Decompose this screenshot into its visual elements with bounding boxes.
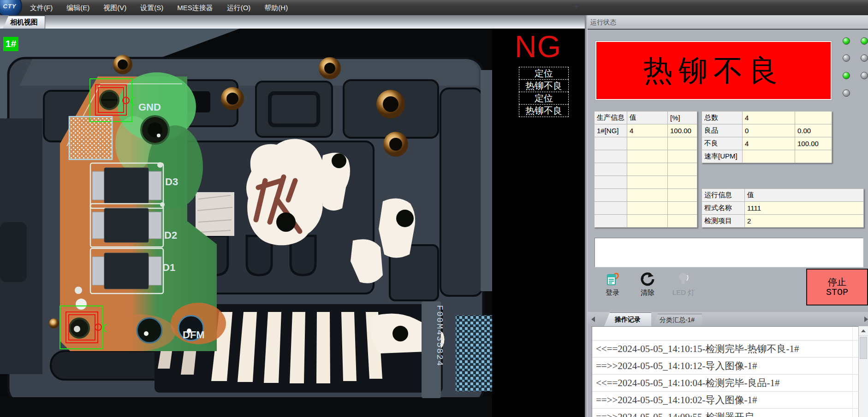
defect-label: 热铆不良: [519, 79, 569, 92]
column-header: 值: [745, 189, 864, 202]
row-label: [595, 150, 627, 163]
cell-value: [795, 112, 832, 124]
scrollbar-thumb[interactable]: [860, 337, 867, 359]
row-label: 程式名称: [702, 202, 745, 215]
cell-value: 4: [743, 137, 795, 150]
log-entry[interactable]: ==>>2024-05-05_14:09:55-检测器开启: [592, 409, 858, 417]
badge-icon: [598, 270, 627, 288]
menu-item[interactable]: 编辑(E): [59, 0, 96, 15]
app-window: CTY 文件(F)编辑(E)视图(V)设置(S)MES连接器运行(O)帮助(H)…: [0, 0, 868, 417]
tab-camera-view[interactable]: 相机视图: [3, 15, 45, 29]
cell-value: 100.00: [668, 124, 697, 137]
cell-value: 100.00: [795, 137, 832, 150]
led-light-button[interactable]: LED 灯: [667, 270, 700, 302]
row-label: 总数: [702, 112, 743, 124]
log-tab-strip: 操作记录 分类汇总-1#: [588, 312, 868, 326]
log-entry[interactable]: <<==2024-05-05_14:10:15-检测完毕-热铆不良-1#: [592, 341, 858, 358]
message-box[interactable]: [595, 238, 863, 267]
table-row: 良品00.00: [702, 124, 832, 137]
row-label: [595, 137, 627, 150]
result-banner: 热铆不良: [595, 41, 832, 100]
tab-operation-log[interactable]: 操作记录: [604, 312, 651, 326]
silkscreen-d1: D1: [162, 262, 175, 273]
cell-value: [627, 215, 668, 228]
cell-value: 2: [745, 215, 864, 228]
row-label: [595, 215, 627, 228]
cell-value: [627, 176, 668, 189]
row-label: 良品: [702, 124, 743, 137]
chevron-down-icon[interactable]: [573, 5, 580, 9]
row-label: [595, 176, 627, 189]
cell-value: [668, 137, 697, 150]
station-tag: 1#: [3, 37, 18, 51]
tab-summary[interactable]: 分类汇总-1#: [652, 314, 702, 326]
menu-item[interactable]: 文件(F): [23, 0, 59, 15]
row-label: [595, 189, 627, 202]
status-led-gray: [861, 72, 868, 79]
menu-item[interactable]: 视图(V): [96, 0, 133, 15]
menu-bar: CTY 文件(F)编辑(E)视图(V)设置(S)MES连接器运行(O)帮助(H): [0, 0, 868, 16]
login-button[interactable]: 登录: [598, 270, 627, 302]
status-led-gray: [843, 54, 850, 62]
row-label: [595, 202, 627, 215]
cell-value: 0: [743, 124, 795, 137]
stop-button[interactable]: 停止 STOP: [806, 269, 868, 305]
log-scrollbar[interactable]: [858, 326, 868, 417]
log-entry[interactable]: ==>>2024-05-05_14:10:02-导入图像-1#: [592, 392, 858, 409]
tab-scroll-right-icon[interactable]: [864, 317, 868, 322]
result-ng-text: NG: [515, 31, 561, 62]
status-led-gray: [843, 89, 850, 97]
table-row: 检测项目2: [702, 215, 864, 228]
view-tab-strip: 相机视图: [0, 15, 585, 29]
run-info-table: 运行信息值程式名称1111检测项目2: [702, 188, 864, 228]
menu-items: 文件(F)编辑(E)视图(V)设置(S)MES连接器运行(O)帮助(H): [23, 0, 295, 15]
cell-value: 0.00: [795, 124, 832, 137]
table-header-row: 运行信息值: [702, 189, 864, 202]
table-row: 1#[NG]4100.00: [595, 124, 697, 137]
column-header: 值: [627, 112, 668, 124]
tab-scroll-left-icon[interactable]: [591, 317, 595, 322]
cell-value: [627, 163, 668, 176]
silkscreen-d2: D2: [164, 229, 177, 241]
run-status-panel: 热铆不良 生产信息值[%]1#[NG]4100.00 总数4良品00.00不良4…: [588, 29, 868, 417]
cell-value: [627, 189, 668, 202]
table-row: 速率[UPM]: [702, 150, 832, 163]
cell-value: [627, 137, 668, 150]
cell-value: [668, 215, 697, 228]
camera-viewport[interactable]: F00M435824: [0, 29, 585, 417]
diode-components: [90, 163, 163, 294]
run-status-title: 运行状态: [588, 15, 868, 29]
production-table: 生产信息值[%]1#[NG]4100.00: [594, 111, 697, 228]
menu-item[interactable]: MES连接器: [170, 0, 220, 15]
cell-value: 1111: [745, 202, 864, 215]
operation-log-list[interactable]: <<==2024-05-05_14:10:15-检测完毕-热铆不良-1#==>>…: [592, 326, 858, 417]
scroll-up-icon[interactable]: [859, 326, 868, 336]
row-label: 检测项目: [702, 215, 745, 228]
clear-button[interactable]: 清除: [633, 270, 662, 302]
menu-item[interactable]: 运行(O): [220, 0, 258, 15]
defect-label: 热铆不良: [519, 104, 569, 117]
table-row: [595, 150, 697, 163]
table-row: [595, 137, 697, 150]
table-row: [595, 215, 697, 228]
cell-value: [795, 150, 832, 163]
menu-item[interactable]: 帮助(H): [257, 0, 295, 15]
silkscreen-dfm: DFM: [183, 329, 205, 341]
cell-value: 4: [743, 112, 795, 124]
menu-item[interactable]: 设置(S): [133, 0, 170, 15]
row-label: [595, 163, 627, 176]
table-row: [595, 176, 697, 189]
log-entry[interactable]: <<==2024-05-05_14:10:04-检测完毕-良品-1#: [592, 375, 858, 392]
status-led-green: [861, 37, 868, 45]
table-row: 程式名称1111: [702, 202, 864, 215]
row-label: 1#[NG]: [595, 124, 627, 137]
status-led-gray: [861, 54, 868, 62]
defect-label-list: 定位热铆不良定位热铆不良: [519, 67, 569, 117]
cell-value: [668, 176, 697, 189]
led-bulb-icon: [667, 270, 700, 288]
defect-label: 定位: [519, 92, 569, 105]
row-label: 速率[UPM]: [702, 150, 743, 163]
cell-value: [668, 150, 697, 163]
log-entry[interactable]: ==>>2024-05-05_14:10:12-导入图像-1#: [592, 358, 858, 375]
clear-icon: [633, 270, 662, 288]
